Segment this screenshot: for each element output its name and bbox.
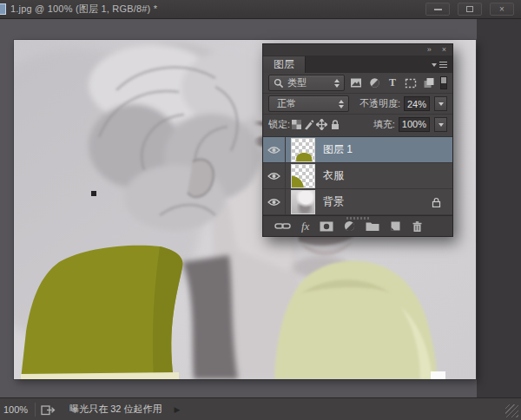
filter-type-select[interactable]: 类型	[268, 75, 345, 91]
panel-header-bar: » ×	[263, 44, 452, 56]
layer-locked-icon	[432, 197, 441, 207]
fill-label: 填充:	[373, 118, 395, 131]
visibility-toggle[interactable]	[263, 163, 286, 188]
filter-type-layers-icon[interactable]: T	[386, 76, 399, 90]
new-adjustment-layer-icon[interactable]	[344, 220, 355, 232]
triangle-icon	[432, 63, 437, 69]
select-arrows-icon	[334, 79, 340, 88]
lock-all-icon[interactable]	[328, 117, 341, 131]
lock-position-move-icon[interactable]	[315, 117, 328, 131]
filter-switch-toggle[interactable]	[440, 76, 447, 89]
layer-name[interactable]: 衣服	[323, 168, 344, 183]
layer-filter-row: 类型 T	[263, 73, 452, 94]
layer-name[interactable]: 背景	[323, 194, 344, 209]
lock-label: 锁定:	[268, 118, 290, 131]
visibility-toggle[interactable]	[263, 137, 286, 162]
blend-mode-select[interactable]: 正常	[268, 95, 349, 112]
filter-type-label: 类型	[287, 76, 307, 89]
layer-row-background[interactable]: 背景	[263, 189, 452, 215]
window-title: 1.jpg @ 100% (图层 1, RGB/8#) *	[10, 3, 157, 16]
status-message: 曝光只在 32 位起作用	[69, 403, 162, 416]
layer-list: 图层 1 衣服 背景	[263, 136, 452, 215]
minimize-icon	[434, 9, 442, 10]
tab-layers[interactable]: 图层	[263, 56, 306, 73]
layers-panel: » × 图层 类型	[262, 43, 453, 237]
export-icon[interactable]	[41, 404, 56, 416]
eye-icon	[267, 198, 280, 207]
blend-mode-value: 正常	[277, 97, 296, 110]
status-menu-arrow[interactable]: ▶	[175, 405, 181, 414]
visibility-toggle[interactable]	[263, 189, 286, 214]
window-controls: ×	[425, 3, 514, 16]
dropdown-arrow-icon	[439, 123, 444, 129]
new-layer-icon[interactable]	[390, 220, 401, 232]
titlebar: 1.jpg @ 100% (图层 1, RGB/8#) * ×	[0, 0, 521, 19]
fill-dropdown-button[interactable]	[434, 117, 447, 132]
eye-icon	[267, 172, 280, 180]
workspace: » × 图层 类型	[0, 19, 521, 397]
fill-input[interactable]: 100%	[399, 117, 430, 132]
add-layer-mask-icon[interactable]	[320, 221, 333, 232]
link-layers-icon[interactable]	[274, 221, 291, 231]
select-arrows-icon	[339, 100, 344, 108]
lock-pixels-brush-icon[interactable]	[302, 117, 315, 131]
layer-style-fx-icon[interactable]: fx	[301, 220, 309, 232]
layer-row-clothes[interactable]: 衣服	[263, 163, 452, 189]
zoom-level-field[interactable]: 100%	[3, 404, 28, 415]
layer-name[interactable]: 图层 1	[323, 142, 353, 157]
panel-close-icon[interactable]: ×	[442, 46, 446, 54]
panel-menu-icon[interactable]	[432, 56, 447, 73]
menu-lines-icon	[439, 62, 447, 68]
close-button[interactable]: ×	[490, 3, 514, 16]
layer-thumbnail[interactable]	[292, 165, 314, 187]
panel-collapse-icon[interactable]: »	[427, 46, 432, 54]
minimize-button[interactable]	[425, 3, 450, 16]
photoshop-window: 1.jpg @ 100% (图层 1, RGB/8#) * ×	[0, 0, 521, 420]
new-group-icon[interactable]	[366, 221, 379, 232]
statusbar: 100% 曝光只在 32 位起作用 ▶	[0, 397, 521, 420]
panel-tabs: 图层	[263, 56, 452, 73]
maximize-icon	[466, 6, 473, 12]
opacity-dropdown-button[interactable]	[434, 96, 447, 111]
brush-sample-point	[91, 191, 96, 196]
panel-footer: fx	[263, 215, 452, 236]
document-icon	[0, 3, 6, 15]
resize-grip[interactable]	[505, 404, 518, 417]
layer-thumbnail[interactable]	[292, 191, 314, 213]
eye-icon	[267, 146, 280, 154]
opacity-label: 不透明度:	[359, 97, 400, 110]
search-icon	[274, 78, 284, 89]
blend-options-row: 正常 不透明度: 24%	[263, 94, 452, 115]
panel-dock-strip	[477, 19, 521, 397]
filter-smart-objects-icon[interactable]	[422, 76, 436, 90]
delete-layer-icon[interactable]	[412, 220, 423, 233]
opacity-input[interactable]: 24%	[404, 96, 430, 111]
maximize-button[interactable]	[458, 3, 482, 16]
olive-paint-shape	[292, 175, 304, 187]
olive-paint-shape	[296, 152, 313, 161]
filter-shape-layers-icon[interactable]	[404, 76, 418, 90]
layer-thumbnail[interactable]	[292, 139, 314, 161]
filter-pixel-layers-icon[interactable]	[349, 76, 363, 90]
layer-row-layer1[interactable]: 图层 1	[263, 137, 452, 163]
dropdown-arrow-icon	[439, 102, 444, 108]
lock-transparency-icon[interactable]	[290, 117, 302, 131]
filter-adjustment-layers-icon[interactable]	[367, 76, 381, 90]
lock-options-row: 锁定: 填充: 100%	[263, 115, 452, 134]
divider	[35, 403, 36, 417]
